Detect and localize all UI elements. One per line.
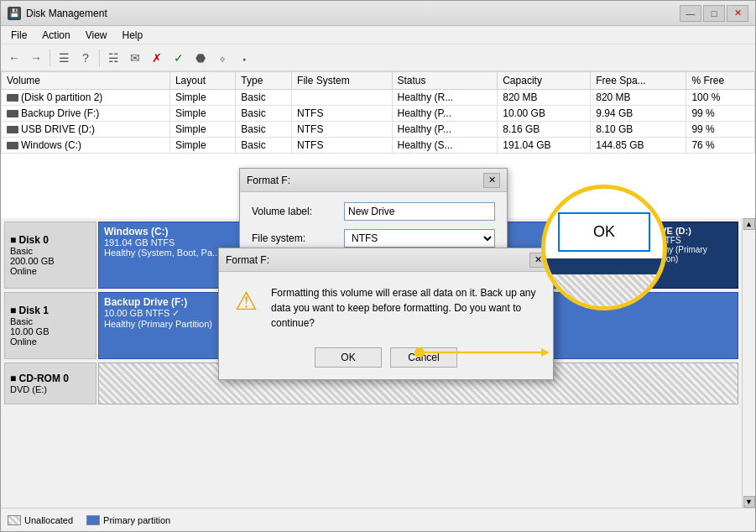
menu-file[interactable]: File [4,28,34,43]
table-cell: 10.00 GB [498,106,591,122]
window-controls: — □ ✕ [680,5,748,22]
table-cell: NTFS [292,122,392,138]
table-cell: Healthy (S... [392,138,498,154]
table-cell: 820 MB [591,90,686,106]
table-cell: 191.04 GB [498,138,591,154]
callout-circle: OK [541,185,667,310]
callout-ok-button[interactable]: OK [558,212,650,252]
volume-label-label: Volume label: [252,206,344,217]
app-icon: 💾 [8,7,21,20]
table-cell: Basic [236,90,292,106]
table-cell: Basic [236,122,292,138]
list-view-button[interactable]: ☰ [54,48,74,68]
toolbar: ← → ☰ ? ☵ ✉ ✗ ✓ ⬣ ⬨ ⬩ [1,44,755,71]
table-cell: Healthy (P... [392,122,498,138]
table-row[interactable]: (Disk 0 partition 2)SimpleBasicHealthy (… [2,90,755,106]
toolbar-btn-9[interactable]: ⬩ [234,48,254,68]
table-cell [292,90,392,106]
warning-icon: ⚠ [231,285,261,316]
table-cell: 144.85 GB [591,138,686,154]
table-cell: 820 MB [498,90,591,106]
help-button[interactable]: ? [76,48,96,68]
scrollbar[interactable]: ▲ ▼ [742,218,755,508]
disk-0-label: ■ Disk 0 Basic 200.00 GB Online [4,222,96,289]
col-capacity[interactable]: Capacity [498,72,591,90]
close-button[interactable]: ✕ [727,5,748,22]
primary-label: Primary partition [103,515,170,525]
toolbar-btn-7[interactable]: ⬣ [190,48,211,68]
table-cell: 76 % [686,138,755,154]
menu-help[interactable]: Help [116,28,150,43]
callout-stripe [545,258,663,274]
window-title: Disk Management [26,8,680,19]
back-button[interactable]: ← [4,48,24,68]
table-cell: NTFS [292,106,392,122]
confirm-dialog-titlebar: Format F: ✕ [219,248,553,272]
col-volume[interactable]: Volume [2,72,170,90]
table-cell: 99 % [686,106,755,122]
confirm-dialog-body: ⚠ Formatting this volume will erase all … [219,272,553,341]
menu-bar: File Action View Help [1,26,755,44]
forward-button[interactable]: → [26,48,46,68]
table-cell: Basic [236,138,292,154]
table-cell: (Disk 0 partition 2) [2,90,170,106]
format-dialog-close[interactable]: ✕ [483,173,500,188]
check-button[interactable]: ✓ [169,48,189,68]
col-freespace[interactable]: Free Spa... [591,72,686,90]
confirm-ok-button[interactable]: OK [315,347,382,368]
table-cell: 8.10 GB [591,122,686,138]
cdrom-0-label: ■ CD-ROM 0 DVD (E:) [4,362,96,404]
title-bar: 💾 Disk Management — □ ✕ [1,1,755,26]
table-cell: Simple [169,138,235,154]
svg-marker-2 [541,348,550,357]
toolbar-btn-3[interactable]: ☵ [103,48,123,68]
menu-action[interactable]: Action [35,28,76,43]
table-cell: 99 % [686,122,755,138]
table-cell: Windows (C:) [2,138,170,154]
format-dialog-title: Format F: [247,175,483,186]
table-cell: Simple [169,122,235,138]
toolbar-separator-2 [99,50,100,66]
table-cell: Healthy (R... [392,90,498,106]
disk-1-label: ■ Disk 1 Basic 10.00 GB Online [4,292,96,359]
table-row[interactable]: USB DRIVE (D:)SimpleBasicNTFSHealthy (P.… [2,122,755,138]
table-cell: 9.94 GB [591,106,686,122]
legend-primary: Primary partition [86,515,170,525]
legend-unallocated: Unallocated [8,515,73,525]
legend-bar: Unallocated Primary partition [1,508,755,531]
table-cell: USB DRIVE (D:) [2,122,170,138]
toolbar-btn-8[interactable]: ⬨ [212,48,232,68]
table-cell: 100 % [686,90,755,106]
volume-label-input[interactable] [344,202,495,221]
toolbar-btn-4[interactable]: ✉ [125,48,145,68]
col-freepct[interactable]: % Free [686,72,755,90]
file-system-label: File system: [252,232,344,244]
delete-button[interactable]: ✗ [147,48,167,68]
menu-view[interactable]: View [79,28,114,43]
table-row[interactable]: Windows (C:)SimpleBasicNTFSHealthy (S...… [2,138,755,154]
minimize-button[interactable]: — [680,5,701,22]
table-cell: NTFS [292,138,392,154]
toolbar-separator-1 [50,50,50,66]
format-dialog-titlebar: Format F: ✕ [240,169,507,192]
confirm-dialog-title: Format F: [226,254,529,266]
table-cell: Basic [236,106,292,122]
table-cell: Simple [169,90,235,106]
maximize-button[interactable]: □ [703,5,725,22]
table-cell: Healthy (P... [392,106,498,122]
primary-swatch [86,515,100,525]
file-system-row: File system: NTFS FAT32 exFAT [252,229,495,248]
table-row[interactable]: Backup Drive (F:)SimpleBasicNTFSHealthy … [2,106,755,122]
col-filesystem[interactable]: File System [292,72,392,90]
callout-arrow [411,331,558,373]
col-status[interactable]: Status [392,72,498,90]
col-type[interactable]: Type [236,72,292,90]
col-layout[interactable]: Layout [169,72,235,90]
volume-label-row: Volume label: [252,202,495,221]
file-system-select[interactable]: NTFS FAT32 exFAT [344,229,495,248]
table-cell: Simple [169,106,235,122]
unallocated-swatch [8,515,21,525]
unallocated-label: Unallocated [24,515,73,525]
volume-table: Volume Layout Type File System Status Ca… [1,71,755,154]
table-cell: 8.16 GB [498,122,591,138]
